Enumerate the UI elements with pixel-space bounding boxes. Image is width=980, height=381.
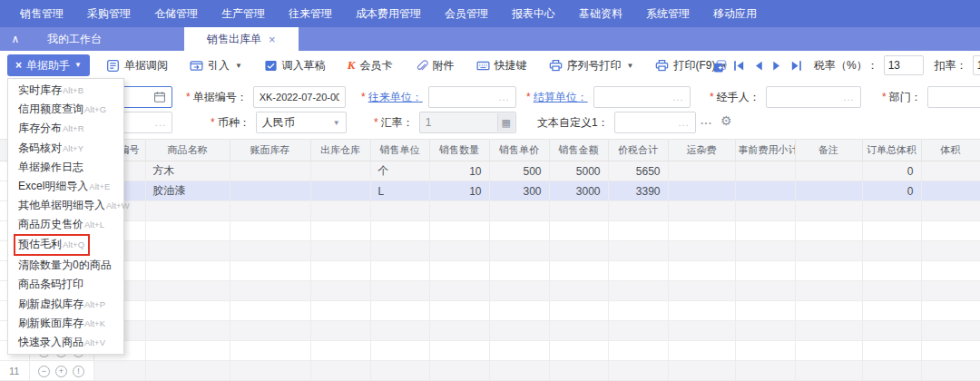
table-row[interactable]: 11−+!: [0, 361, 980, 381]
toolbar-button-序列号打印[interactable]: 序列号打印▼: [549, 58, 634, 73]
header-form: * 单据编号： XK-2022-07-20-0001 * 往来单位： ... *…: [0, 80, 980, 139]
table-row[interactable]: 9−+!: [0, 321, 980, 341]
prev-record-icon[interactable]: [751, 59, 765, 73]
cell-pre_fee: [735, 261, 795, 281]
calendar-icon[interactable]: [153, 91, 166, 103]
discount-rate-input[interactable]: 1: [973, 55, 980, 75]
exchange-rate-input[interactable]: 1 ▦: [419, 112, 516, 133]
minus-circle-icon[interactable]: −: [38, 366, 50, 377]
more-options-icon[interactable]: ...: [701, 114, 712, 127]
table-row[interactable]: 6−+!: [0, 261, 980, 281]
menu-item-库存分布[interactable]: 库存分布Alt+R: [8, 119, 123, 138]
menu-item-信用额度查询[interactable]: 信用额度查询Alt+G: [8, 100, 123, 119]
draft-icon: [264, 59, 278, 73]
toolbar-button-附件[interactable]: 附件: [415, 58, 455, 73]
top-menu-item-成本费用管理[interactable]: 成本费用管理: [356, 6, 421, 22]
cell-amount: [549, 221, 608, 241]
cell-warehouse: [310, 241, 370, 261]
warning-circle-icon[interactable]: !: [73, 366, 84, 377]
menu-item-刷新虚拟库存[interactable]: 刷新虚拟库存Alt+P: [8, 295, 123, 314]
cell-code: [93, 361, 145, 381]
cell-name: [145, 221, 230, 241]
tax-rate-input[interactable]: 13: [884, 55, 924, 75]
top-menu-item-采购管理[interactable]: 采购管理: [87, 6, 131, 22]
table-row[interactable]: 3−+!: [0, 201, 980, 221]
toolbar-right: 税率（%）： 13 扣率： 1 预设售价: [713, 51, 980, 80]
cell-price: [489, 341, 549, 361]
menu-item-单据操作日志[interactable]: 单据操作日志: [8, 158, 123, 177]
menu-item-label: 刷新虚拟库存: [18, 297, 83, 312]
cell-unit: [370, 261, 429, 281]
menu-item-实时库存[interactable]: 实时库存Alt+B: [8, 81, 123, 100]
ellipsis-icon[interactable]: ...: [679, 117, 690, 128]
top-menu-item-往来管理[interactable]: 往来管理: [289, 6, 332, 22]
toolbar-button-单据调阅[interactable]: 单据调阅: [106, 58, 168, 73]
ellipsis-icon[interactable]: ...: [155, 117, 166, 128]
top-menu-item-仓储管理[interactable]: 仓储管理: [154, 6, 198, 22]
close-icon[interactable]: ×: [269, 34, 276, 45]
cell-tax_total: 3390: [608, 181, 668, 201]
cell-price: 300: [489, 181, 549, 201]
cell-freight: [668, 181, 735, 201]
menu-item-商品历史售价[interactable]: 商品历史售价Alt+L: [8, 215, 123, 234]
gear-icon[interactable]: ⚙: [720, 113, 732, 128]
top-menu-item-报表中心[interactable]: 报表中心: [512, 6, 555, 22]
menu-item-label: 实时库存: [18, 83, 62, 98]
table-row[interactable]: 8−+!: [0, 301, 980, 321]
toolbar-button-快捷键[interactable]: 快捷键: [476, 58, 527, 73]
toolbar-button-会员卡[interactable]: K会员卡: [348, 58, 393, 73]
doc-assistant-button[interactable]: × 单据助手 ▼: [7, 54, 90, 76]
table-row[interactable]: 2−+!胶油漆L10300300033900: [0, 181, 980, 201]
menu-item-其他单据明细导入[interactable]: 其他单据明细导入Alt+W: [8, 196, 123, 215]
tab-我的工作台[interactable]: 我的工作台: [31, 27, 118, 51]
top-menu-item-基础资料[interactable]: 基础资料: [579, 6, 622, 22]
menu-item-预估毛利[interactable]: 预估毛利Alt+Q: [8, 234, 123, 256]
currency-select[interactable]: 人民币▼: [256, 112, 347, 133]
ellipsis-icon[interactable]: ...: [673, 92, 684, 103]
settle-label-link[interactable]: 结算单位：: [534, 90, 588, 105]
doc-no-input[interactable]: XK-2022-07-20-0001: [253, 86, 346, 108]
menu-item-刷新账面库存[interactable]: 刷新账面库存Alt+K: [8, 314, 123, 333]
grid-icon[interactable]: ▦: [497, 113, 514, 132]
copy-new-icon[interactable]: [713, 59, 727, 73]
tax-rate-label: 税率（%）：: [814, 58, 878, 73]
settle-input[interactable]: ...: [593, 86, 691, 108]
cell-volume: [921, 161, 980, 181]
partner-label-link[interactable]: 往来单位：: [368, 90, 423, 105]
top-menu-item-移动应用[interactable]: 移动应用: [713, 6, 757, 22]
app-window: 销售管理采购管理仓储管理生产管理往来管理成本费用管理会员管理报表中心基础资料系统…: [0, 0, 980, 381]
ellipsis-icon[interactable]: ...: [844, 92, 855, 103]
table-row[interactable]: 7−+!: [0, 281, 980, 301]
tab-销售出库单[interactable]: 销售出库单×: [184, 27, 299, 51]
cell-amount: [549, 261, 608, 281]
top-menu-item-系统管理[interactable]: 系统管理: [646, 6, 690, 22]
menu-item-label: 快速录入商品: [18, 335, 83, 350]
toolbar-button-调入草稿[interactable]: 调入草稿: [264, 58, 326, 73]
cell-warehouse: [310, 181, 370, 201]
next-record-icon[interactable]: [770, 59, 784, 73]
first-record-icon[interactable]: [732, 59, 746, 73]
menu-item-清除数量为0的商品[interactable]: 清除数量为0的商品: [8, 256, 123, 275]
table-row[interactable]: 10−+!: [0, 341, 980, 361]
cell-unit: [370, 281, 429, 301]
custom-text-input[interactable]: ...: [614, 112, 696, 133]
toolbar-button-引入[interactable]: 引入▼: [190, 58, 242, 73]
menu-item-快速录入商品[interactable]: 快速录入商品Alt+V: [8, 333, 123, 352]
highlight-red-box: 预估毛利Alt+Q: [14, 234, 90, 256]
menu-item-Excel明细导入[interactable]: Excel明细导入Alt+E: [8, 177, 123, 196]
top-menu-item-生产管理[interactable]: 生产管理: [221, 6, 265, 22]
top-menu-item-销售管理[interactable]: 销售管理: [20, 6, 64, 22]
plus-circle-icon[interactable]: +: [55, 366, 67, 377]
collapse-icon[interactable]: ∧: [0, 27, 31, 51]
menu-item-商品条码打印[interactable]: 商品条码打印: [8, 275, 123, 294]
handler-input[interactable]: ...: [766, 86, 861, 108]
ellipsis-icon[interactable]: ...: [499, 92, 510, 103]
table-row[interactable]: 5−+!: [0, 241, 980, 261]
partner-input[interactable]: ...: [428, 86, 516, 108]
last-record-icon[interactable]: [789, 59, 803, 73]
menu-item-条码核对[interactable]: 条码核对Alt+Y: [8, 138, 123, 157]
department-input[interactable]: [927, 86, 980, 108]
table-row[interactable]: 4−+!: [0, 221, 980, 241]
table-row[interactable]: 1−+!方木个10500500056500: [0, 161, 980, 181]
top-menu-item-会员管理[interactable]: 会员管理: [445, 6, 488, 22]
